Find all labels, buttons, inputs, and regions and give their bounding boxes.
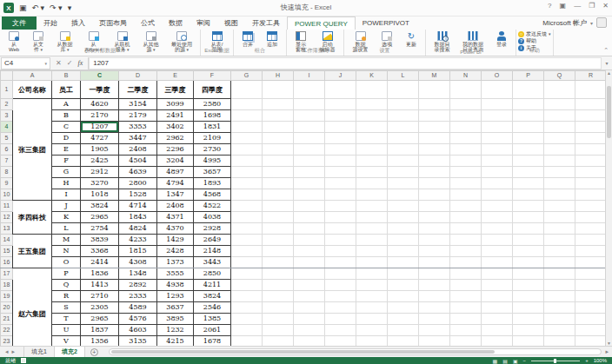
cell[interactable] [419,156,450,167]
cell[interactable]: N [52,246,81,257]
cell[interactable] [294,212,325,223]
collapse-ribbon-icon[interactable]: ⌃ [603,47,609,54]
cell[interactable]: U [52,325,81,336]
cell[interactable]: T [52,314,81,325]
cell[interactable] [450,280,482,291]
cell[interactable] [325,144,356,156]
cell[interactable] [263,280,294,291]
vertical-scrollbar-thumb[interactable] [607,86,611,138]
cell[interactable]: R [52,291,81,302]
cell[interactable]: 4522 [194,201,231,212]
cell[interactable] [356,291,388,302]
cell[interactable] [482,280,513,291]
cell[interactable] [482,268,513,280]
cell[interactable] [294,156,325,167]
cell[interactable] [419,212,450,223]
row-header[interactable]: 6 [1,144,13,156]
sheet-tab-fill1[interactable]: 填充1 [23,347,55,357]
column-header[interactable]: K [356,71,388,81]
cell[interactable] [388,212,419,223]
cell[interactable]: 2965 [81,314,119,325]
cell[interactable] [482,325,513,336]
cell[interactable] [294,99,325,110]
data-catalog-search-button[interactable]: 数据目 录搜索 [428,30,456,50]
cell[interactable]: 3154 [119,99,157,110]
cell[interactable] [231,257,263,268]
cell[interactable] [263,257,294,268]
cell[interactable] [513,133,544,144]
cell[interactable]: 4371 [157,212,194,223]
enter-entry-button[interactable]: ✓ [67,59,73,67]
cell[interactable]: F [52,156,81,167]
cell[interactable] [513,336,544,347]
horizontal-scrollbar[interactable] [109,348,602,355]
cell[interactable]: 2061 [194,325,231,336]
cell[interactable] [419,99,450,110]
cell[interactable] [263,178,294,189]
cell[interactable] [356,167,388,178]
tab-home[interactable]: 开始 [37,17,64,30]
cell[interactable] [263,81,294,99]
cell[interactable]: 4727 [81,133,119,144]
cell[interactable] [575,81,606,99]
cell[interactable] [513,201,544,212]
cell[interactable] [450,122,482,133]
row-header[interactable]: 16 [1,257,13,268]
cell[interactable] [388,235,419,246]
cell[interactable] [513,268,544,280]
cell[interactable] [263,167,294,178]
cell[interactable] [231,156,263,167]
cell[interactable] [294,201,325,212]
cell[interactable]: 2649 [194,235,231,246]
cell[interactable] [544,122,575,133]
header-cell[interactable]: 公司名称 [13,81,52,99]
zoom-out-icon[interactable]: − [523,358,527,363]
row-header[interactable]: 11 [1,201,13,212]
cell[interactable]: 2170 [81,110,119,122]
row-header[interactable]: 2 [1,99,13,110]
scroll-right-icon[interactable]: ▸ [605,348,612,355]
cell[interactable] [544,99,575,110]
cell[interactable] [575,314,606,325]
column-header[interactable]: P [513,71,544,81]
cell[interactable] [575,257,606,268]
cell[interactable] [231,223,263,235]
tab-page-layout[interactable]: 页面布局 [92,17,134,30]
cell[interactable] [450,302,482,314]
company-cell[interactable]: 张三集团 [13,99,52,201]
cell[interactable] [388,133,419,144]
cell[interactable] [231,201,263,212]
cell[interactable] [356,81,388,99]
cell[interactable] [325,246,356,257]
cell[interactable] [388,291,419,302]
cell[interactable] [513,110,544,122]
cell[interactable]: 4620 [81,99,119,110]
cell[interactable]: 4995 [194,156,231,167]
cell[interactable] [513,167,544,178]
cell[interactable] [356,133,388,144]
cell[interactable] [450,212,482,223]
cell[interactable] [356,144,388,156]
cell[interactable] [513,144,544,156]
cell[interactable] [575,122,606,133]
cell[interactable]: 2179 [119,110,157,122]
cell[interactable]: 3555 [157,268,194,280]
cell[interactable] [388,99,419,110]
cell[interactable]: 2850 [194,268,231,280]
cell[interactable] [325,268,356,280]
cell[interactable]: 4211 [194,280,231,291]
cell[interactable] [356,212,388,223]
cell[interactable] [419,336,450,347]
formula-input[interactable]: 1207 [89,57,602,69]
cell[interactable] [356,99,388,110]
cell[interactable]: 2965 [81,212,119,223]
cell[interactable] [450,291,482,302]
cell[interactable]: 4714 [119,201,157,212]
tab-insert[interactable]: 插入 [64,17,92,30]
cell[interactable] [544,81,575,99]
row-header[interactable]: 22 [1,325,13,336]
cell[interactable]: 1232 [157,325,194,336]
header-cell[interactable]: 二季度 [119,81,157,99]
cell[interactable] [575,268,606,280]
cell[interactable] [513,212,544,223]
